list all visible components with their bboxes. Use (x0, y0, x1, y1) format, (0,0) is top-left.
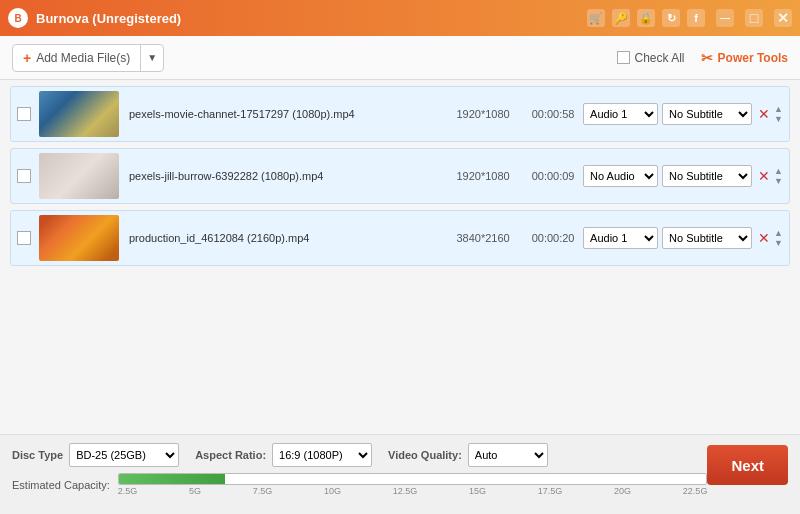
media-audio-2[interactable]: No Audio Audio 1 (583, 165, 658, 187)
media-dur-1: 00:00:58 (523, 108, 583, 120)
media-sort-2[interactable]: ▲▼ (774, 166, 783, 186)
media-res-2: 1920*1080 (443, 170, 523, 182)
subtitle-select-1[interactable]: No Subtitle (662, 103, 752, 125)
subtitle-select-3[interactable]: No Subtitle (662, 227, 752, 249)
app-logo: B (8, 8, 28, 28)
media-name-3: production_id_4612084 (2160p).mp4 (129, 232, 443, 244)
media-dur-2: 00:00:09 (523, 170, 583, 182)
media-thumb-3 (39, 215, 119, 261)
video-quality-group: Video Quality: Auto High Medium Low (388, 443, 548, 467)
media-audio-3[interactable]: Audio 1 No Audio (583, 227, 658, 249)
power-tools-label: Power Tools (718, 51, 788, 65)
media-audio-1[interactable]: Audio 1 No Audio (583, 103, 658, 125)
media-checkbox-1[interactable] (17, 107, 31, 121)
facebook-icon[interactable]: f (687, 9, 705, 27)
media-thumb-2 (39, 153, 119, 199)
capacity-track (118, 473, 708, 485)
media-subtitle-2[interactable]: No Subtitle (662, 165, 752, 187)
bottom-row: Disc Type BD-25 (25GB) BD-50 (50GB) DVD-… (12, 443, 788, 496)
bottom-left: Disc Type BD-25 (25GB) BD-50 (50GB) DVD-… (12, 443, 707, 496)
check-all-wrapper[interactable]: Check All (617, 51, 685, 65)
media-row: pexels-movie-channet-17517297 (1080p).mp… (10, 86, 790, 142)
app-title: Burnova (Unregistered) (36, 11, 584, 26)
capacity-section: 2.5G 5G 7.5G 10G 12.5G 15G 17.5G 20G 22.… (118, 473, 708, 496)
media-subtitle-1[interactable]: No Subtitle (662, 103, 752, 125)
next-button[interactable]: Next (707, 445, 788, 485)
title-icon-group: 🛒 🔑 🔒 ↻ f (584, 9, 705, 27)
video-quality-label: Video Quality: (388, 449, 462, 461)
bottom-right: Next (707, 443, 788, 485)
media-list: pexels-movie-channet-17517297 (1080p).mp… (0, 80, 800, 434)
close-icon[interactable]: ✕ (774, 9, 792, 27)
plus-icon: + (23, 50, 31, 66)
media-subtitle-3[interactable]: No Subtitle (662, 227, 752, 249)
window-controls: ─ □ ✕ (713, 9, 792, 27)
audio-select-3[interactable]: Audio 1 No Audio (583, 227, 658, 249)
media-sort-3[interactable]: ▲▼ (774, 228, 783, 248)
capacity-fill (119, 474, 225, 484)
key-icon[interactable]: 🔑 (612, 9, 630, 27)
check-all-label: Check All (635, 51, 685, 65)
capacity-bar-row: Estimated Capacity: 2.5G 5G 7.5G 10G 12.… (12, 473, 707, 496)
media-checkbox-3[interactable] (17, 231, 31, 245)
media-row: pexels-jill-burrow-6392282 (1080p).mp4 1… (10, 148, 790, 204)
power-tools-icon: ✂ (701, 50, 713, 66)
toolbar-right: Check All ✂ Power Tools (617, 50, 788, 66)
check-all-checkbox[interactable] (617, 51, 630, 64)
video-quality-select[interactable]: Auto High Medium Low (468, 443, 548, 467)
audio-select-1[interactable]: Audio 1 No Audio (583, 103, 658, 125)
disc-type-select[interactable]: BD-25 (25GB) BD-50 (50GB) DVD-5 (4.7GB) … (69, 443, 179, 467)
media-remove-1[interactable]: ✕ (758, 107, 770, 121)
aspect-ratio-label: Aspect Ratio: (195, 449, 266, 461)
add-media-main[interactable]: + Add Media File(s) (13, 45, 141, 71)
maximize-icon[interactable]: □ (745, 9, 763, 27)
power-tools-button[interactable]: ✂ Power Tools (701, 50, 788, 66)
capacity-markers: 2.5G 5G 7.5G 10G 12.5G 15G 17.5G 20G 22.… (118, 486, 708, 496)
media-row: production_id_4612084 (2160p).mp4 3840*2… (10, 210, 790, 266)
lock-icon[interactable]: 🔒 (637, 9, 655, 27)
add-media-button[interactable]: + Add Media File(s) ▼ (12, 44, 164, 72)
media-name-2: pexels-jill-burrow-6392282 (1080p).mp4 (129, 170, 443, 182)
media-checkbox-2[interactable] (17, 169, 31, 183)
subtitle-select-2[interactable]: No Subtitle (662, 165, 752, 187)
minimize-icon[interactable]: ─ (716, 9, 734, 27)
main-area: pexels-movie-channet-17517297 (1080p).mp… (0, 80, 800, 434)
disc-type-label: Disc Type (12, 449, 63, 461)
media-thumb-1 (39, 91, 119, 137)
media-res-3: 3840*2160 (443, 232, 523, 244)
refresh-icon[interactable]: ↻ (662, 9, 680, 27)
aspect-ratio-select[interactable]: 16:9 (1080P) 4:3 16:9 (720P) (272, 443, 372, 467)
capacity-label: Estimated Capacity: (12, 479, 110, 491)
cart-icon[interactable]: 🛒 (587, 9, 605, 27)
media-remove-3[interactable]: ✕ (758, 231, 770, 245)
bottom-controls: Disc Type BD-25 (25GB) BD-50 (50GB) DVD-… (12, 443, 707, 467)
title-bar: B Burnova (Unregistered) 🛒 🔑 🔒 ↻ f ─ □ ✕ (0, 0, 800, 36)
media-sort-1[interactable]: ▲▼ (774, 104, 783, 124)
media-dur-3: 00:00:20 (523, 232, 583, 244)
aspect-ratio-group: Aspect Ratio: 16:9 (1080P) 4:3 16:9 (720… (195, 443, 372, 467)
add-media-arrow[interactable]: ▼ (141, 45, 163, 71)
add-media-label: Add Media File(s) (36, 51, 130, 65)
media-res-1: 1920*1080 (443, 108, 523, 120)
bottom-bar: Disc Type BD-25 (25GB) BD-50 (50GB) DVD-… (0, 434, 800, 514)
toolbar: + Add Media File(s) ▼ Check All ✂ Power … (0, 36, 800, 80)
media-name-1: pexels-movie-channet-17517297 (1080p).mp… (129, 108, 443, 120)
media-remove-2[interactable]: ✕ (758, 169, 770, 183)
disc-type-group: Disc Type BD-25 (25GB) BD-50 (50GB) DVD-… (12, 443, 179, 467)
audio-select-2[interactable]: No Audio Audio 1 (583, 165, 658, 187)
